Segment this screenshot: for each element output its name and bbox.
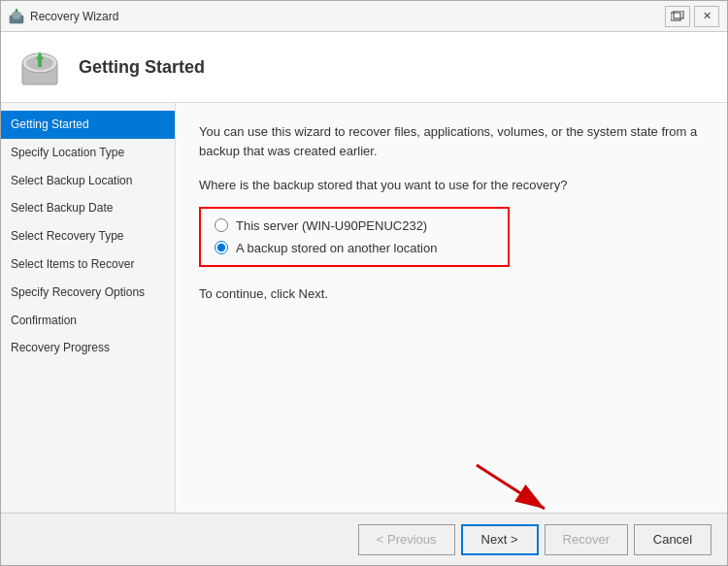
sidebar-item-select-backup-date[interactable]: Select Backup Date [1,194,175,222]
sidebar-item-specify-location-type[interactable]: Specify Location Type [1,139,175,167]
sidebar-item-select-recovery-type[interactable]: Select Recovery Type [1,222,175,250]
sidebar-item-specify-recovery-options[interactable]: Specify Recovery Options [1,279,175,307]
svg-rect-5 [674,11,683,18]
next-button[interactable]: Next > [461,524,539,555]
sidebar-item-recovery-progress[interactable]: Recovery Progress [1,334,175,362]
content-area: Getting Started Specify Location Type Se… [1,103,727,513]
restore-button[interactable] [665,6,690,27]
sidebar-item-select-backup-location[interactable]: Select Backup Location [1,167,175,195]
radio-this-server[interactable] [215,218,228,232]
radio-option-another-location[interactable]: A backup stored on another location [215,241,494,255]
header-section: Getting Started [1,32,727,103]
title-bar: Recovery Wizard ✕ [1,1,727,32]
svg-rect-10 [38,59,42,67]
close-button[interactable]: ✕ [694,6,719,27]
question-text: Where is the backup stored that you want… [199,176,704,195]
title-bar-controls: ✕ [665,6,719,27]
title-bar-title: Recovery Wizard [30,10,665,23]
wizard-icon [17,44,63,90]
sidebar-item-getting-started[interactable]: Getting Started [1,111,175,139]
app-icon [9,9,24,24]
previous-button[interactable]: < Previous [358,524,455,555]
header-title: Getting Started [79,57,205,78]
recover-button[interactable]: Recover [545,524,628,555]
radio-another-location-label: A backup stored on another location [236,241,437,255]
recovery-wizard-window: Recovery Wizard ✕ Getting Sta [0,0,728,566]
radio-another-location[interactable] [215,241,228,254]
backup-location-radio-group: This server (WIN-U90PENUC232) A backup s… [199,207,510,267]
radio-this-server-label: This server (WIN-U90PENUC232) [236,218,427,233]
sidebar-item-confirmation[interactable]: Confirmation [1,307,175,335]
cancel-button[interactable]: Cancel [634,524,711,555]
svg-rect-4 [671,13,680,20]
radio-option-this-server[interactable]: This server (WIN-U90PENUC232) [215,218,494,233]
continue-text: To continue, click Next. [199,286,704,301]
sidebar: Getting Started Specify Location Type Se… [1,103,176,513]
sidebar-item-select-items-to-recover[interactable]: Select Items to Recover [1,250,175,279]
svg-point-1 [12,12,21,19]
footer: < Previous Next > Recover Cancel [1,513,727,565]
description-text: You can use this wizard to recover files… [199,122,704,160]
main-content: You can use this wizard to recover files… [176,103,727,513]
